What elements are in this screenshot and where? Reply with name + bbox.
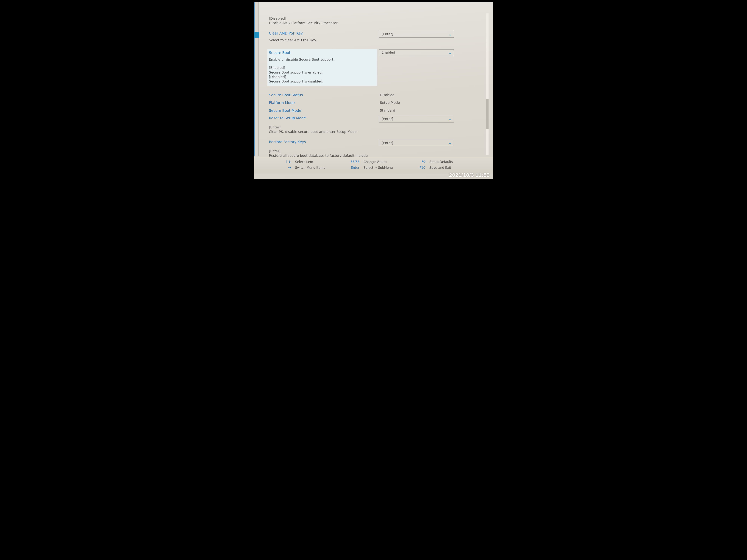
camera-timestamp: 2021/10/3 11:52 — [449, 172, 490, 178]
row-reset-setup: Reset to Setup Mode [Enter] ⌄ — [269, 116, 486, 123]
restore-keys-note-label: [Enter] — [269, 149, 486, 154]
footer-setup-defaults: Setup Defaults — [429, 160, 482, 164]
restore-keys-title: Restore Factory Keys — [269, 140, 376, 144]
left-rail — [254, 2, 258, 156]
secure-boot-mode-label: Secure Boot Mode — [269, 108, 301, 112]
restore-keys-dropdown[interactable]: [Enter] ⌄ — [379, 140, 454, 146]
left-rail-active-tab[interactable] — [254, 32, 259, 38]
scrollbar-thumb[interactable] — [486, 99, 489, 129]
row-secure-boot-mode: Secure Boot Mode Standard — [269, 108, 486, 113]
restore-keys-value: [Enter] — [382, 141, 393, 145]
row-restore-keys: Restore Factory Keys [Enter] ⌄ — [269, 140, 486, 146]
footer-change-values: Change Values — [364, 160, 413, 164]
secure-boot-dropdown[interactable]: Enabled ⌄ — [379, 49, 454, 56]
reset-setup-note-desc: Clear PK, disable secure boot and enter … — [269, 130, 486, 134]
secure-boot-disabled-desc: Secure Boot support is disabled. — [269, 79, 376, 84]
footer-nav-keys: ↑↓ Select Item ↔ Switch Menu Items — [282, 160, 345, 169]
secure-boot-disabled-label: [Disabled] — [269, 75, 376, 79]
reset-setup-title: Reset to Setup Mode — [269, 116, 376, 121]
row-secure-boot: Secure Boot Enable or disable Secure Boo… — [269, 49, 486, 86]
settings-panel: [Disabled] Disable AMD Platform Security… — [269, 16, 486, 155]
reset-setup-dropdown[interactable]: [Enter] ⌄ — [379, 116, 454, 123]
secure-boot-highlight: Secure Boot Enable or disable Secure Boo… — [267, 49, 377, 86]
clear-psp-dropdown[interactable]: [Enter] ⌄ — [379, 31, 454, 38]
row-platform-mode: Platform Mode Setup Mode — [269, 100, 486, 105]
secure-boot-status-value: Disabled — [379, 93, 394, 97]
secure-boot-desc: Enable or disable Secure Boot support. — [269, 57, 376, 62]
top-desc: Disable AMD Platform Security Processor. — [269, 21, 486, 25]
footer-save-exit: Save and Exit — [429, 166, 482, 169]
chevron-down-icon: ⌄ — [448, 50, 452, 55]
top-value-label: [Disabled] — [269, 16, 486, 21]
bios-screen: [Disabled] Disable AMD Platform Security… — [254, 0, 493, 179]
footer-f10-key: F10 — [419, 166, 425, 169]
clear-psp-value: [Enter] — [382, 32, 393, 36]
reset-setup-note-label: [Enter] — [269, 125, 486, 130]
reset-setup-value: [Enter] — [382, 117, 393, 121]
chevron-down-icon: ⌄ — [448, 31, 452, 37]
row-clear-psp: Clear AMD PSP Key Select to clear AMD PS… — [269, 31, 486, 43]
secure-boot-value: Enabled — [382, 50, 395, 55]
updown-arrow-icon: ↑↓ — [282, 160, 291, 164]
footer-action-keys: F9 Setup Defaults F10 Save and Exit — [419, 160, 482, 169]
row-secure-boot-status: Secure Boot Status Disabled — [269, 92, 486, 98]
secure-boot-status-label: Secure Boot Status — [269, 93, 303, 97]
platform-mode-label: Platform Mode — [269, 101, 295, 105]
secure-boot-enabled-desc: Secure Boot support is enabled. — [269, 70, 376, 75]
secure-boot-title: Secure Boot — [269, 50, 376, 55]
platform-mode-value: Setup Mode — [379, 101, 400, 105]
clear-psp-desc: Select to clear AMD PSP key. — [269, 38, 376, 43]
footer-help-bar: ↑↓ Select Item ↔ Switch Menu Items F5/F6… — [254, 157, 493, 174]
footer-switch-menu: Switch Menu Items — [295, 166, 345, 169]
leftright-arrow-icon: ↔ — [282, 166, 291, 169]
chevron-down-icon: ⌄ — [448, 116, 452, 122]
footer-select-item: Select Item — [295, 160, 345, 164]
footer-f5f6-key: F5/F6 — [351, 160, 360, 164]
scrollbar[interactable] — [486, 14, 489, 155]
clear-psp-title: Clear AMD PSP Key — [269, 31, 376, 36]
secure-boot-enabled-label: [Enabled] — [269, 65, 376, 70]
secure-boot-mode-value: Standard — [379, 108, 395, 112]
footer-select-submenu: Select > SubMenu — [364, 166, 413, 169]
chevron-down-icon: ⌄ — [448, 140, 452, 146]
footer-f9-key: F9 — [419, 160, 425, 164]
footer-enter-key: Enter — [351, 166, 360, 169]
footer-value-keys: F5/F6 Change Values Enter Select > SubMe… — [351, 160, 413, 169]
